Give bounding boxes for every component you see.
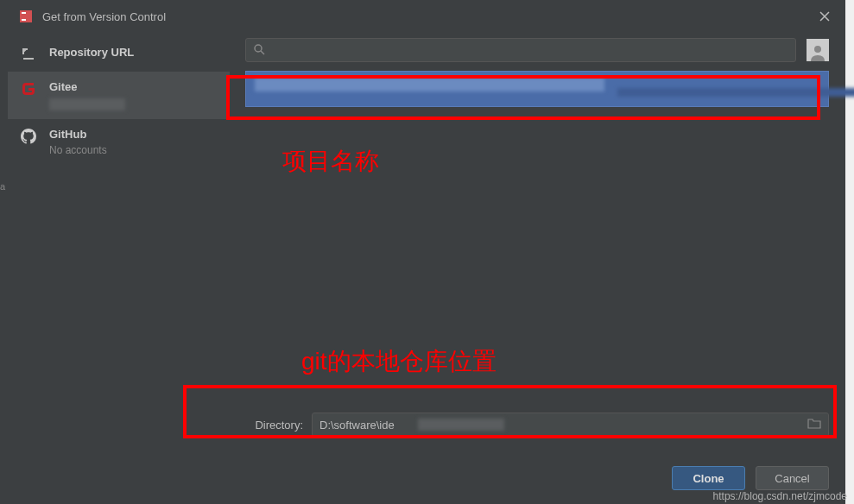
svg-rect-4 bbox=[23, 58, 34, 60]
sidebar-item-sublabel: No accounts bbox=[49, 144, 107, 156]
content-area: Repository URL Gitee bbox=[8, 33, 845, 452]
background-text: a bbox=[0, 181, 5, 192]
search-input[interactable] bbox=[245, 38, 796, 62]
sidebar-item-label: Repository URL bbox=[49, 46, 134, 59]
repository-url-icon bbox=[20, 46, 37, 63]
svg-rect-2 bbox=[22, 12, 26, 14]
clone-button[interactable]: Clone bbox=[672, 466, 745, 490]
folder-icon[interactable] bbox=[807, 418, 821, 432]
svg-rect-3 bbox=[22, 19, 26, 21]
sidebar-item-repository-url[interactable]: Repository URL bbox=[8, 37, 230, 72]
blurred-repo-path bbox=[617, 88, 854, 97]
main-panel: Directory: D:\software\ide bbox=[230, 33, 845, 452]
button-row: Clone Cancel bbox=[672, 466, 829, 490]
dialog-title: Get from Version Control bbox=[42, 10, 815, 23]
sidebar-item-label: GitHub bbox=[49, 128, 107, 141]
directory-value: D:\software\ide bbox=[319, 419, 395, 432]
search-icon bbox=[253, 43, 265, 58]
gitee-icon bbox=[20, 80, 37, 98]
avatar[interactable] bbox=[807, 39, 829, 61]
svg-point-6 bbox=[814, 46, 821, 53]
directory-input[interactable]: D:\software\ide bbox=[312, 413, 829, 437]
github-icon bbox=[20, 128, 37, 145]
search-row bbox=[230, 38, 845, 71]
background-strip bbox=[845, 0, 854, 504]
cancel-button[interactable]: Cancel bbox=[756, 466, 829, 490]
blurred-directory-suffix bbox=[418, 419, 504, 431]
dialog: Get from Version Control Repository URL bbox=[8, 0, 845, 497]
app-icon bbox=[18, 9, 34, 24]
sidebar-item-github[interactable]: GitHub No accounts bbox=[8, 119, 230, 165]
blurred-repo-name bbox=[255, 78, 604, 91]
watermark: https://blog.csdn.net/zjmcode bbox=[713, 490, 847, 502]
directory-row: Directory: D:\software\ide bbox=[245, 413, 829, 437]
repository-item-selected[interactable] bbox=[245, 71, 829, 107]
blurred-account bbox=[49, 98, 125, 110]
sidebar-item-gitee[interactable]: Gitee bbox=[8, 72, 230, 119]
titlebar: Get from Version Control bbox=[8, 0, 845, 33]
sidebar: Repository URL Gitee bbox=[8, 33, 230, 452]
close-icon[interactable] bbox=[815, 7, 834, 26]
sidebar-item-label: Gitee bbox=[49, 80, 125, 93]
svg-point-5 bbox=[255, 45, 262, 52]
directory-label: Directory: bbox=[245, 419, 303, 432]
